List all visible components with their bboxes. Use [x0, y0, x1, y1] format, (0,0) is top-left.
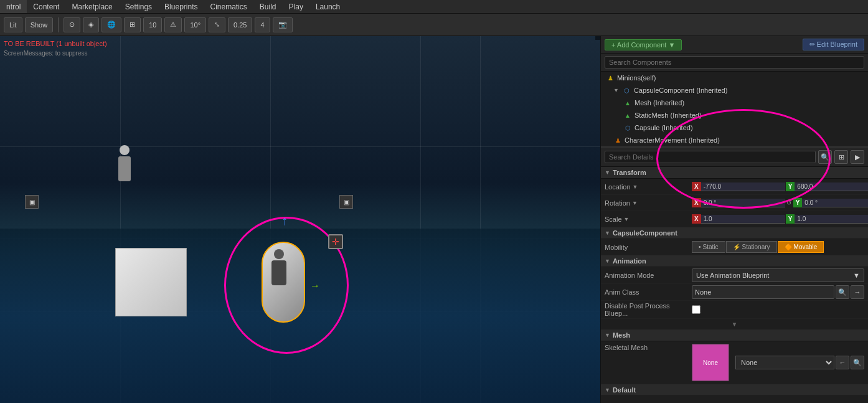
- animation-section-header[interactable]: ▼ Animation: [601, 255, 868, 267]
- lit-button[interactable]: Lit: [4, 17, 22, 32]
- rot-x-icon[interactable]: ↺: [785, 199, 793, 206]
- location-xyz: X Y Z: [692, 182, 868, 191]
- mesh-search-btn[interactable]: ←: [836, 356, 849, 369]
- search-details-icon-btn[interactable]: 🔍: [818, 150, 832, 164]
- menu-blueprints[interactable]: Blueprints: [158, 0, 204, 13]
- component-tree-wrapper: ♟ Minions(self) ▼ ⬡ CapsuleComponent (In…: [601, 72, 868, 148]
- transform-label: Transform: [613, 169, 646, 176]
- viewport[interactable]: TO BE REBUILT (1 unbuilt object) ScreenM…: [0, 36, 600, 403]
- component-tree: ♟ Minions(self) ▼ ⬡ CapsuleComponent (In…: [601, 72, 868, 148]
- location-x-field: X: [692, 182, 785, 191]
- mesh-section-header[interactable]: ▼ Mesh: [601, 330, 868, 341]
- menu-cinematics[interactable]: Cinematics: [204, 0, 253, 13]
- warning-icon[interactable]: ⚠: [164, 17, 182, 32]
- rotation-value[interactable]: 10°: [184, 17, 206, 32]
- menu-play[interactable]: Play: [283, 0, 309, 13]
- static-button[interactable]: • Static: [692, 241, 725, 253]
- rotation-y-input[interactable]: [802, 199, 868, 207]
- camera-icon[interactable]: 📷: [273, 17, 293, 32]
- scale-icon[interactable]: ⤡: [209, 17, 225, 32]
- rotation-y-field: Y ↺: [793, 198, 868, 207]
- scale-xyz: X Y Z: [692, 214, 868, 224]
- details-grid-btn[interactable]: ⊞: [834, 150, 848, 164]
- capsule-comp-icon: ⬡: [623, 86, 631, 95]
- capsule-section-arrow: ▼: [605, 230, 610, 236]
- capsule-label: Capsule (Inherited): [634, 124, 693, 131]
- mesh-dropdown[interactable]: None: [735, 356, 834, 369]
- show-button[interactable]: Show: [25, 17, 54, 32]
- location-label: Location ▼: [605, 183, 692, 191]
- mesh-select-row: None ← 🔍: [735, 356, 864, 369]
- tree-static-mesh[interactable]: ▲ StaticMesh (Inherited): [601, 109, 868, 121]
- toolbar-num[interactable]: 4: [255, 17, 270, 32]
- anim-class-search-btn[interactable]: 🔍: [836, 285, 849, 299]
- scale-x-field: X: [692, 214, 785, 224]
- menu-content[interactable]: Content: [27, 0, 65, 13]
- search-details-input[interactable]: [605, 151, 816, 163]
- tree-root[interactable]: ♟ Minions(self): [601, 72, 868, 84]
- scale-value[interactable]: 0.25: [228, 17, 252, 32]
- anim-class-value: None 🔍 →: [692, 285, 864, 299]
- menu-build[interactable]: Build: [253, 0, 283, 13]
- mesh-browse-btn[interactable]: 🔍: [851, 356, 864, 369]
- capsule-comp-label: CapsuleComponent (Inherited): [634, 87, 727, 94]
- tree-capsule-component[interactable]: ▼ ⬡ CapsuleComponent (Inherited): [601, 84, 868, 97]
- sy-label: Y: [786, 214, 795, 224]
- disable-pp-checkbox[interactable]: [692, 305, 701, 314]
- main-area: TO BE REBUILT (1 unbuilt object) ScreenM…: [0, 36, 868, 403]
- stationary-icon: ⚡: [733, 244, 740, 250]
- location-y-input[interactable]: [795, 183, 868, 191]
- disable-pp-row: Disable Post Process Bluep...: [601, 301, 868, 319]
- grid-value[interactable]: 10: [143, 17, 162, 32]
- rx-label: X: [692, 198, 701, 207]
- search-details-bar: 🔍 ⊞ ▶: [601, 148, 868, 167]
- skeletal-mesh-label: Skeletal Mesh: [605, 344, 692, 351]
- search-components-input[interactable]: [605, 56, 864, 69]
- anim-class-select[interactable]: None: [692, 285, 834, 299]
- skeletal-mesh-value: None None ← 🔍: [692, 344, 864, 381]
- viewport-icon2[interactable]: 🌐: [101, 17, 121, 32]
- mesh-controls: None ← 🔍: [735, 356, 864, 369]
- scale-x-input[interactable]: [701, 215, 785, 224]
- vp-toolbar: [595, 36, 600, 40]
- transform-section-header[interactable]: ▼ Transform: [601, 167, 868, 179]
- root-label: Minions(self): [617, 74, 656, 82]
- mobility-value: • Static ⚡ Stationary 🔶 Movable: [692, 241, 864, 253]
- anim-class-row: Anim Class None 🔍 →: [601, 284, 868, 301]
- movable-button[interactable]: 🔶 Movable: [778, 241, 824, 253]
- animation-mode-dropdown[interactable]: Use Animation Blueprint ▼: [692, 268, 864, 282]
- details-more-btn[interactable]: ▶: [851, 150, 864, 164]
- menu-settings[interactable]: Settings: [119, 0, 158, 13]
- tree-character-movement[interactable]: ♟ CharacterMovement (Inherited): [601, 134, 868, 146]
- capsule-section-label: CapsuleComponent: [613, 229, 677, 237]
- edit-blueprint-button[interactable]: ✏ Edit Blueprint: [803, 39, 864, 50]
- default-section-header[interactable]: ▼ Default: [601, 384, 868, 396]
- tree-mesh[interactable]: ▲ Mesh (Inherited): [601, 97, 868, 109]
- movable-icon: 🔶: [785, 244, 792, 250]
- perspective-button[interactable]: ⊙: [64, 17, 80, 32]
- stationary-button[interactable]: ⚡ Stationary: [726, 241, 777, 253]
- anim-class-nav-btn[interactable]: →: [851, 285, 864, 299]
- mesh-thumbnail[interactable]: None: [692, 344, 729, 381]
- rotation-values: X ↺ Y ↺ Z ↺: [692, 198, 868, 207]
- rotation-x-input[interactable]: [701, 199, 785, 207]
- location-x-input[interactable]: [701, 183, 785, 191]
- capsule-section-header[interactable]: ▼ CapsuleComponent: [601, 227, 868, 239]
- viewport-icon1[interactable]: ◈: [83, 17, 99, 32]
- scale-y-input[interactable]: [795, 215, 868, 224]
- rotation-row: Rotation ▼ X ↺ Y ↺: [601, 195, 868, 211]
- tree-capsule[interactable]: ⬡ Capsule (Inherited): [601, 121, 868, 134]
- menu-control[interactable]: ntrol: [0, 0, 27, 13]
- gizmo-arrow-right: →: [310, 280, 320, 292]
- toolbar-separator: [58, 17, 59, 32]
- add-component-button[interactable]: + Add Component ▼: [605, 39, 682, 50]
- location-arrow[interactable]: ▼: [633, 184, 638, 190]
- ry-label: Y: [793, 198, 803, 207]
- menu-launch[interactable]: Launch: [309, 0, 346, 13]
- scale-arrow[interactable]: ▼: [624, 216, 630, 222]
- scene-area: ↑ → ✛ ▣ ▣: [0, 36, 600, 403]
- viewport-icon3[interactable]: ⊞: [124, 17, 141, 32]
- search-components-bar: [601, 54, 868, 72]
- menu-marketplace[interactable]: Marketplace: [65, 0, 118, 13]
- rotation-arrow[interactable]: ▼: [632, 200, 638, 206]
